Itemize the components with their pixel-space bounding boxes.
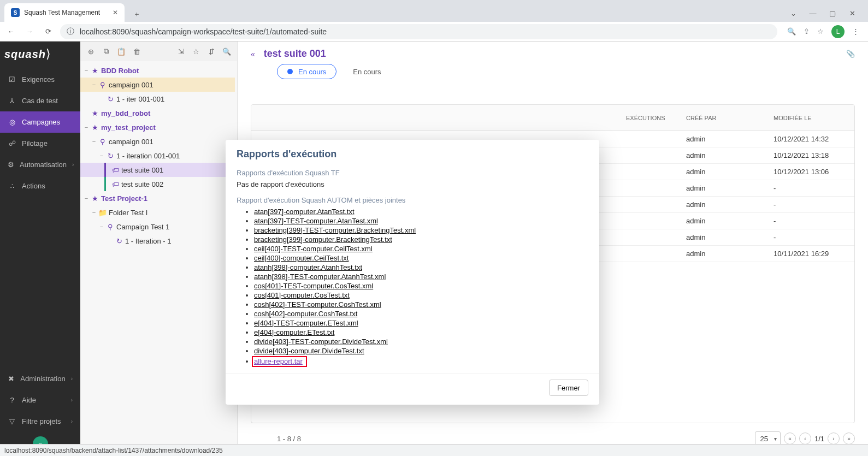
attachment-link[interactable]: atan[397]-computer.AtanTest.txt — [254, 208, 355, 216]
th-modifiee-le[interactable]: MODIFIÉE LE — [767, 115, 854, 121]
attachment-item: ceil[400]-TEST-computer.CeilTest.xml — [254, 245, 588, 253]
status-pill[interactable]: En cours — [343, 64, 391, 79]
attachment-link[interactable]: cosh[402]-TEST-computer.CoshTest.xml — [254, 300, 381, 309]
nav-back-icon[interactable]: ← — [4, 27, 17, 35]
kebab-menu-icon[interactable]: ⋮ — [852, 27, 859, 35]
bookmark-star-icon[interactable]: ☆ — [817, 27, 824, 35]
help-icon: ? — [8, 396, 16, 404]
new-tab-button[interactable]: ＋ — [129, 7, 144, 22]
filter-icon: ▽ — [8, 417, 16, 425]
attachment-item: cos[401]-computer.CosTest.txt — [254, 291, 588, 299]
url-input[interactable]: ⓘ localhost:8090/squash/campaign-workspa… — [60, 24, 777, 39]
attachment-item: atanh[398]-computer.AtanhTest.txt — [254, 263, 588, 271]
tree-project[interactable]: ★my_bdd_robot — [80, 106, 235, 120]
tree-suite[interactable]: 🏷test suite 002 — [80, 177, 235, 191]
share-icon[interactable]: ⇪ — [804, 27, 810, 35]
pager-first-icon[interactable]: « — [784, 433, 796, 445]
attachment-link[interactable]: ceil[400]-computer.CeilTest.txt — [254, 254, 349, 262]
attachment-link[interactable]: e[404]-TEST-computer.ETest.xml — [254, 319, 358, 327]
tools-icon: ✖ — [8, 375, 15, 383]
attachment-link[interactable]: divide[403]-computer.DivideTest.txt — [254, 347, 364, 355]
site-info-icon[interactable]: ⓘ — [67, 27, 74, 37]
window-close-icon[interactable]: ✕ — [847, 9, 857, 17]
nav-filtre-projets[interactable]: ▽Filtre projets› — [0, 411, 80, 432]
paste-icon[interactable]: 📋 — [115, 45, 127, 57]
cell-mod: - — [767, 200, 854, 209]
reports-modal: Rapports d'exécution Rapports d'exécutio… — [226, 140, 599, 405]
attachment-link[interactable]: cos[401]-TEST-computer.CosTest.xml — [254, 282, 373, 290]
status-pill-active[interactable]: En cours — [277, 64, 336, 79]
modal-title: Rapports d'exécution — [226, 140, 599, 165]
window-maximize-icon[interactable]: ▢ — [828, 9, 837, 17]
url-text: localhost:8090/squash/campaign-workspace… — [80, 27, 327, 36]
nav-automatisation[interactable]: ⚙Automatisation› — [0, 154, 80, 175]
pager-next-icon[interactable]: › — [828, 433, 840, 445]
attachment-link[interactable]: atanh[398]-computer.AtanhTest.txt — [254, 263, 362, 271]
sort-icon[interactable]: ⇵ — [205, 45, 217, 57]
close-modal-button[interactable]: Fermer — [549, 380, 588, 396]
nav-campagnes[interactable]: ◎Campagnes — [0, 111, 80, 133]
tree-project[interactable]: −★my_test_project — [80, 120, 235, 134]
tree-folder[interactable]: −📁Folder Test I — [80, 205, 235, 220]
zoom-icon[interactable]: 🔍 — [787, 27, 796, 35]
attachment-link[interactable]: e[404]-computer.ETest.txt — [254, 328, 334, 336]
attachment-link[interactable]: atanh[398]-TEST-computer.AtanhTest.xml — [254, 273, 386, 281]
nav-administration[interactable]: ✖Administration› — [0, 368, 80, 389]
nav-label: Pilotage — [22, 139, 48, 147]
delete-icon[interactable]: 🗑 — [131, 45, 143, 57]
search-icon[interactable]: 🔍 — [221, 45, 233, 57]
cell-cree: admin — [680, 184, 767, 192]
th-cree-par[interactable]: CRÉÉ PAR — [680, 115, 767, 121]
tree-panel: ⊕ ⧉ 📋 🗑 ⇲ ☆ ⇵ 🔍 −★BDD Robot −⚲campaign 0… — [80, 42, 238, 456]
nav-pilotage[interactable]: ☍Pilotage — [0, 133, 80, 154]
window-minimize-icon[interactable]: — — [808, 9, 818, 17]
nav-forward-icon[interactable]: → — [23, 27, 36, 35]
pager-last-icon[interactable]: » — [843, 433, 855, 445]
nav-exigences[interactable]: ☑Exigences — [0, 69, 80, 90]
back-button-icon[interactable]: « — [251, 50, 255, 58]
copy-icon[interactable]: ⧉ — [100, 45, 112, 57]
nav-aide[interactable]: ?Aide› — [0, 389, 80, 411]
tree-iteration[interactable]: −↻1 - iteration 001-001 — [80, 149, 235, 163]
attachment-link[interactable]: ceil[400]-TEST-computer.CeilTest.xml — [254, 245, 373, 253]
profile-avatar[interactable]: L — [831, 25, 845, 38]
target-icon: ◎ — [8, 118, 16, 126]
attachment-link[interactable]: bracketing[399]-TEST-computer.Bracketing… — [254, 226, 416, 234]
tree-campaign[interactable]: −⚲campaign 001 — [80, 134, 235, 149]
nav-label: Cas de test — [22, 97, 58, 105]
tree-iteration[interactable]: ↻1 - iter 001-001 — [80, 92, 235, 106]
chevron-right-icon: › — [71, 376, 73, 382]
attachment-link[interactable]: divide[403]-TEST-computer.DivideTest.xml — [254, 337, 388, 346]
export-icon[interactable]: ⇲ — [175, 45, 187, 57]
close-tab-icon[interactable]: ✕ — [113, 9, 118, 16]
cell-mod: - — [767, 184, 854, 192]
tree-campaign[interactable]: −⚲Campaign Test 1 — [80, 220, 235, 234]
star-icon[interactable]: ☆ — [190, 45, 202, 57]
attachment-link[interactable]: atan[397]-TEST-computer.AtanTest.xml — [254, 217, 378, 225]
nav-cas-de-test[interactable]: ⅄Cas de test — [0, 90, 80, 111]
tree-project[interactable]: −★Test Project-1 — [80, 191, 235, 205]
pager-prev-icon[interactable]: ‹ — [799, 433, 811, 445]
browser-tab-strip: S Squash Test Management ✕ ＋ ⌄ — ▢ ✕ — [0, 0, 868, 22]
cell-cree: admin — [680, 135, 767, 143]
attachment-link[interactable]: cos[401]-computer.CosTest.txt — [254, 291, 350, 299]
attachment-item: cosh[402]-TEST-computer.CoshTest.xml — [254, 300, 588, 309]
th-executions[interactable]: EXÉCUTIONS — [619, 115, 680, 121]
nav-actions[interactable]: ⛬Actions — [0, 175, 80, 197]
attachment-link[interactable]: allure-report.tar — [254, 357, 303, 365]
cell-cree: admin — [680, 151, 767, 159]
attachment-icon[interactable]: 📎 — [846, 50, 855, 58]
attachment-link[interactable]: bracketing[399]-computer.BracketingTest.… — [254, 235, 392, 244]
attachment-item: cos[401]-TEST-computer.CosTest.xml — [254, 282, 588, 290]
browser-tab[interactable]: S Squash Test Management ✕ — [4, 3, 125, 22]
cell-mod: 10/11/2021 16:29 — [767, 250, 854, 258]
chevron-down-icon[interactable]: ⌄ — [788, 9, 798, 17]
modal-no-report: Pas de rapport d'exécutions — [237, 180, 588, 188]
attachment-link[interactable]: cosh[402]-computer.CoshTest.txt — [254, 310, 357, 318]
add-icon[interactable]: ⊕ — [85, 45, 97, 57]
tree-campaign[interactable]: −⚲campaign 001 — [80, 78, 235, 92]
tree-suite[interactable]: 🏷test suite 001 — [80, 163, 235, 177]
tree-iteration[interactable]: ↻1 - Iteration - 1 — [80, 234, 235, 248]
nav-reload-icon[interactable]: ⟳ — [42, 27, 55, 35]
tree-project[interactable]: −★BDD Robot — [80, 63, 235, 78]
